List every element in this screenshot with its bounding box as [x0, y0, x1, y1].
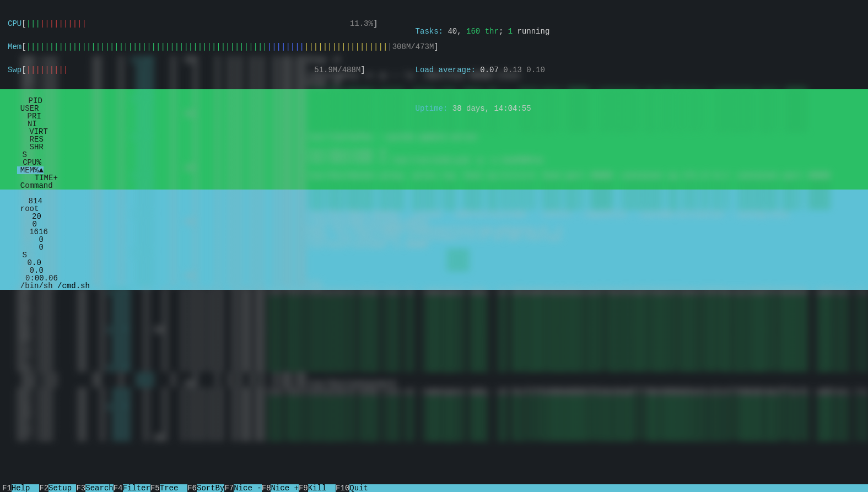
- cpu-percent: 11.3%: [350, 19, 373, 28]
- process-list-blurred: 800 root20 012440 0 300 S 0.0 0.0 0:00.0…: [0, 56, 868, 482]
- thread-count: 160: [466, 27, 480, 36]
- fkey-label-sortby[interactable]: SortBy: [197, 484, 224, 492]
- fkey-label-search[interactable]: Search: [85, 484, 113, 492]
- fkey-label-nice-+[interactable]: Nice +: [271, 484, 298, 492]
- fkey-f4: F4: [114, 484, 123, 492]
- fkey-label-setup[interactable]: Setup: [48, 484, 76, 492]
- fkey-label-tree[interactable]: Tree: [160, 484, 187, 492]
- fkey-label-kill[interactable]: Kill: [308, 484, 336, 492]
- running-count: 1: [508, 27, 513, 36]
- fkey-f10: F10: [336, 484, 349, 492]
- fkey-label-help[interactable]: Help: [12, 484, 39, 492]
- fkey-f2: F2: [39, 484, 48, 492]
- tasks-line: Tasks: 40, 160 thr; 1 running: [397, 20, 549, 43]
- fkey-f1: F1: [2, 484, 12, 492]
- fkey-f9: F9: [299, 484, 308, 492]
- mem-label: Mem: [8, 43, 21, 51]
- tasks-count: 40: [448, 27, 457, 36]
- cpu-label: CPU: [8, 20, 21, 28]
- fkey-label-quit[interactable]: Quit: [349, 484, 377, 492]
- fkey-f7: F7: [224, 484, 234, 492]
- fkey-f6: F6: [187, 484, 197, 492]
- fkey-label-filter[interactable]: Filter: [123, 484, 150, 492]
- fkey-label-nice--[interactable]: Nice -: [234, 484, 261, 492]
- fkey-f8: F8: [262, 484, 271, 492]
- function-key-bar: F1Help F2Setup F3SearchF4FilterF5Tree F6…: [0, 484, 868, 492]
- fkey-f5: F5: [150, 484, 160, 492]
- footer-filler: [378, 484, 868, 492]
- fkey-f3: F3: [76, 484, 85, 492]
